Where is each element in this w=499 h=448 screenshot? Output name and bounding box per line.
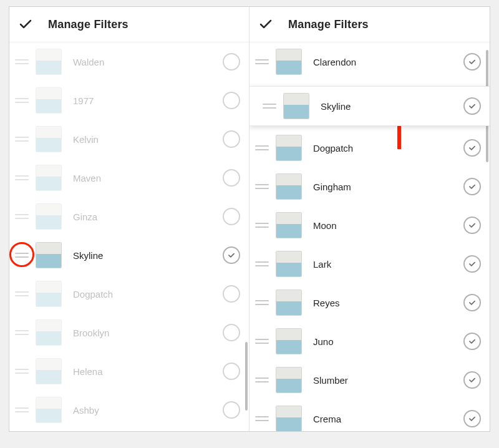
filter-name: Dogpatch (308, 143, 457, 153)
filter-row[interactable]: Maven (9, 158, 249, 197)
filter-thumbnail (276, 49, 302, 75)
drag-handle-icon[interactable] (254, 59, 269, 64)
enable-toggle[interactable] (463, 333, 481, 350)
screen-title: Manage Filters (48, 18, 128, 31)
filter-thumbnail (283, 93, 309, 119)
filter-thumbnail (276, 328, 302, 354)
filter-row[interactable]: Gingham (250, 167, 490, 206)
enable-toggle[interactable] (463, 97, 481, 115)
filter-name: Ashby (68, 405, 216, 416)
filter-thumbnail (276, 367, 302, 393)
enable-toggle[interactable] (223, 53, 240, 71)
drag-handle-icon[interactable] (254, 184, 269, 189)
drag-handle-icon[interactable] (14, 291, 29, 296)
enable-toggle[interactable] (223, 401, 240, 419)
header-left: Manage Filters (9, 7, 249, 42)
done-button[interactable] (18, 17, 33, 32)
filter-name: Dogpatch (68, 289, 216, 299)
enable-toggle[interactable] (463, 139, 481, 157)
filter-name: Juno (308, 336, 457, 347)
enable-toggle[interactable] (223, 208, 240, 225)
filter-row[interactable]: Juno (250, 322, 490, 361)
enable-toggle[interactable] (223, 130, 240, 148)
filter-thumbnail (36, 242, 62, 268)
drag-handle-icon[interactable] (14, 98, 29, 103)
enable-toggle[interactable] (223, 324, 240, 341)
enable-toggle[interactable] (463, 294, 481, 311)
filter-thumbnail (276, 173, 302, 200)
enable-toggle[interactable] (463, 371, 481, 389)
filter-row[interactable]: Slumber (250, 361, 490, 399)
filter-name: Gingham (308, 182, 457, 192)
enable-toggle[interactable] (463, 255, 481, 273)
drag-handle-icon[interactable] (14, 330, 29, 335)
filter-row[interactable]: Skyline (250, 86, 490, 126)
drag-handle-icon[interactable] (254, 145, 269, 150)
enable-toggle[interactable] (223, 285, 240, 303)
drag-handle-icon[interactable] (254, 300, 269, 305)
drag-handle-icon[interactable] (254, 223, 269, 228)
drag-handle-icon[interactable] (14, 369, 29, 374)
enable-toggle[interactable] (463, 410, 481, 427)
filter-row[interactable]: Clarendon (250, 42, 490, 81)
filter-list-right[interactable]: ClarendonSkylineDogpatchGinghamMoonLarkR… (250, 42, 490, 431)
filter-name: Lark (308, 259, 457, 270)
filter-row[interactable]: Lark (250, 245, 490, 283)
panel-left: Manage Filters Walden1977KelvinMavenGinz… (9, 7, 250, 431)
filter-name: Crema (308, 414, 457, 424)
filter-name: 1977 (68, 95, 216, 106)
drag-handle-icon[interactable] (14, 253, 29, 258)
filter-row[interactable]: Helena (9, 352, 249, 391)
filter-name: Skyline (316, 101, 457, 112)
filter-row[interactable]: 1977 (9, 81, 249, 120)
filter-name: Slumber (308, 375, 457, 386)
filter-name: Reyes (308, 298, 457, 308)
enable-toggle[interactable] (223, 363, 240, 380)
filter-list-left[interactable]: Walden1977KelvinMavenGinzaSkyline Dogpat… (9, 42, 249, 431)
enable-toggle[interactable] (463, 53, 481, 71)
filter-thumbnail (276, 135, 302, 161)
filter-row[interactable]: Moon (250, 206, 490, 245)
drag-handle-icon[interactable] (14, 407, 29, 412)
filter-name: Walden (68, 57, 216, 67)
filter-row[interactable]: Dogpatch (9, 275, 249, 313)
filter-name: Helena (68, 366, 216, 377)
filter-row[interactable]: Crema (250, 399, 490, 431)
drag-handle-icon[interactable] (254, 261, 269, 266)
drag-handle-icon[interactable] (14, 175, 29, 180)
enable-toggle[interactable] (223, 92, 240, 109)
filter-thumbnail (36, 126, 62, 152)
done-button[interactable] (258, 17, 273, 32)
filter-thumbnail (36, 319, 62, 346)
filter-name: Moon (308, 220, 457, 231)
filter-thumbnail (36, 281, 62, 307)
filter-name: Brooklyn (68, 328, 216, 338)
filter-thumbnail (276, 290, 302, 316)
enable-toggle[interactable] (223, 246, 240, 264)
drag-handle-icon[interactable] (254, 377, 269, 382)
panel-right: Manage Filters ClarendonSkylineDogpatchG… (250, 7, 490, 431)
filter-thumbnail (36, 49, 62, 75)
drag-handle-icon[interactable] (254, 339, 269, 344)
filter-name: Skyline (68, 250, 216, 261)
filter-row[interactable]: Walden (9, 42, 249, 81)
filter-row[interactable]: Skyline (9, 236, 249, 275)
filter-row[interactable]: Ginza (9, 197, 249, 236)
enable-toggle[interactable] (223, 169, 240, 187)
header-right: Manage Filters (250, 7, 490, 42)
drag-handle-icon[interactable] (262, 104, 277, 109)
filter-row[interactable]: Ashby (9, 391, 249, 429)
filter-row[interactable]: Reyes (250, 283, 490, 322)
filter-row[interactable]: Dogpatch (250, 129, 490, 167)
filter-thumbnail (36, 358, 62, 384)
enable-toggle[interactable] (463, 178, 481, 195)
enable-toggle[interactable] (463, 217, 481, 234)
filter-row[interactable]: Kelvin (9, 120, 249, 158)
drag-handle-icon[interactable] (254, 416, 269, 421)
filter-thumbnail (36, 165, 62, 191)
drag-handle-icon[interactable] (14, 59, 29, 64)
drag-handle-icon[interactable] (14, 137, 29, 142)
filter-row[interactable]: Brooklyn (9, 313, 249, 352)
filter-thumbnail (276, 212, 302, 238)
drag-handle-icon[interactable] (14, 214, 29, 219)
